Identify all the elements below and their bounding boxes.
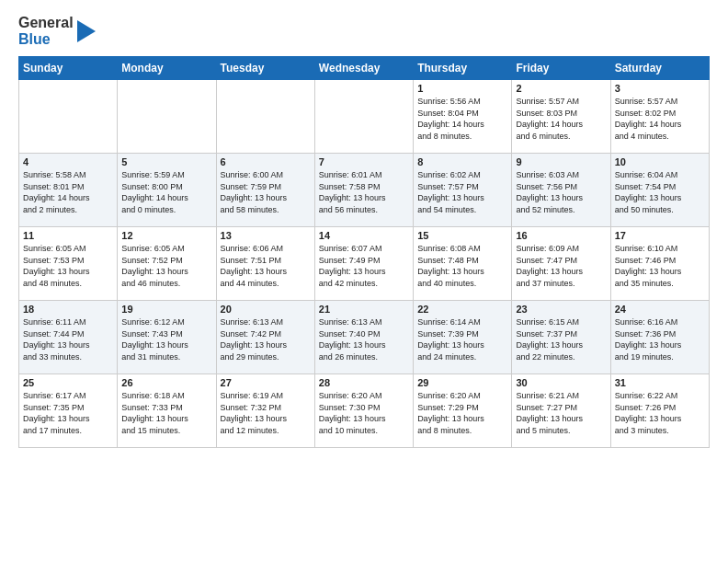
calendar-cell: 8Sunrise: 6:02 AM Sunset: 7:57 PM Daylig… [414,154,512,227]
calendar-cell: 23Sunrise: 6:15 AM Sunset: 7:37 PM Dayli… [512,301,610,374]
day-info: Sunrise: 6:13 AM Sunset: 7:40 PM Dayligh… [319,316,409,362]
calendar-cell: 21Sunrise: 6:13 AM Sunset: 7:40 PM Dayli… [314,301,413,374]
weekday-header-thursday: Thursday [414,57,512,80]
day-info: Sunrise: 6:02 AM Sunset: 7:57 PM Dayligh… [417,169,507,215]
day-info: Sunrise: 6:05 AM Sunset: 7:52 PM Dayligh… [121,243,211,289]
calendar-cell: 11Sunrise: 6:05 AM Sunset: 7:53 PM Dayli… [19,227,118,301]
day-info: Sunrise: 6:01 AM Sunset: 7:58 PM Dayligh… [319,169,409,215]
logo: GeneralBlue [18,15,96,47]
calendar-cell: 5Sunrise: 5:59 AM Sunset: 8:00 PM Daylig… [118,154,216,227]
calendar-cell [19,80,118,154]
day-number: 4 [23,156,113,167]
calendar-week-row: 18Sunrise: 6:11 AM Sunset: 7:44 PM Dayli… [19,301,710,374]
calendar-cell: 25Sunrise: 6:17 AM Sunset: 7:35 PM Dayli… [19,374,118,448]
calendar-cell: 18Sunrise: 6:11 AM Sunset: 7:44 PM Dayli… [19,301,118,374]
calendar-cell: 2Sunrise: 5:57 AM Sunset: 8:03 PM Daylig… [512,80,610,154]
calendar-cell: 28Sunrise: 6:20 AM Sunset: 7:30 PM Dayli… [314,374,413,448]
day-number: 26 [121,377,211,388]
day-number: 15 [417,230,507,241]
weekday-header-friday: Friday [512,57,610,80]
day-info: Sunrise: 6:21 AM Sunset: 7:27 PM Dayligh… [516,390,606,436]
day-info: Sunrise: 6:16 AM Sunset: 7:36 PM Dayligh… [615,316,705,362]
day-number: 10 [615,156,705,167]
calendar-cell: 4Sunrise: 5:58 AM Sunset: 8:01 PM Daylig… [19,154,118,227]
calendar-cell: 26Sunrise: 6:18 AM Sunset: 7:33 PM Dayli… [118,374,216,448]
day-info: Sunrise: 6:09 AM Sunset: 7:47 PM Dayligh… [516,243,606,289]
day-number: 12 [121,230,211,241]
day-number: 29 [417,377,507,388]
day-info: Sunrise: 5:59 AM Sunset: 8:00 PM Dayligh… [121,169,211,215]
day-number: 8 [417,156,507,167]
calendar-cell: 17Sunrise: 6:10 AM Sunset: 7:46 PM Dayli… [610,227,709,301]
calendar-cell: 31Sunrise: 6:22 AM Sunset: 7:26 PM Dayli… [610,374,709,448]
day-number: 18 [23,304,113,315]
day-number: 5 [121,156,211,167]
day-number: 6 [221,156,311,167]
weekday-header-saturday: Saturday [610,57,709,80]
day-info: Sunrise: 6:10 AM Sunset: 7:46 PM Dayligh… [615,243,705,289]
day-info: Sunrise: 6:22 AM Sunset: 7:26 PM Dayligh… [615,390,705,436]
day-info: Sunrise: 6:00 AM Sunset: 7:59 PM Dayligh… [221,169,311,215]
weekday-header-sunday: Sunday [19,57,118,80]
day-info: Sunrise: 6:07 AM Sunset: 7:49 PM Dayligh… [319,243,409,289]
day-info: Sunrise: 5:57 AM Sunset: 8:02 PM Dayligh… [615,96,705,142]
day-number: 1 [417,83,507,94]
calendar-week-row: 11Sunrise: 6:05 AM Sunset: 7:53 PM Dayli… [19,227,710,301]
day-number: 25 [23,377,113,388]
calendar-cell: 1Sunrise: 5:56 AM Sunset: 8:04 PM Daylig… [414,80,512,154]
day-number: 16 [516,230,606,241]
calendar-cell: 14Sunrise: 6:07 AM Sunset: 7:49 PM Dayli… [314,227,413,301]
day-number: 7 [319,156,409,167]
day-number: 28 [319,377,409,388]
calendar-cell: 30Sunrise: 6:21 AM Sunset: 7:27 PM Dayli… [512,374,610,448]
day-number: 14 [319,230,409,241]
calendar-cell: 7Sunrise: 6:01 AM Sunset: 7:58 PM Daylig… [314,154,413,227]
day-info: Sunrise: 5:57 AM Sunset: 8:03 PM Dayligh… [516,96,606,142]
calendar-cell: 12Sunrise: 6:05 AM Sunset: 7:52 PM Dayli… [118,227,216,301]
svg-marker-0 [77,20,96,42]
day-info: Sunrise: 5:56 AM Sunset: 8:04 PM Dayligh… [417,96,507,142]
day-number: 9 [516,156,606,167]
day-number: 11 [23,230,113,241]
calendar-cell: 19Sunrise: 6:12 AM Sunset: 7:43 PM Dayli… [118,301,216,374]
day-number: 13 [221,230,311,241]
day-number: 27 [221,377,311,388]
day-info: Sunrise: 6:18 AM Sunset: 7:33 PM Dayligh… [121,390,211,436]
day-number: 2 [516,83,606,94]
calendar-cell [314,80,413,154]
logo-container: GeneralBlue [18,15,96,47]
calendar-cell: 10Sunrise: 6:04 AM Sunset: 7:54 PM Dayli… [610,154,709,227]
calendar-cell [216,80,314,154]
page-header: GeneralBlue [18,15,710,47]
day-info: Sunrise: 6:03 AM Sunset: 7:56 PM Dayligh… [516,169,606,215]
day-info: Sunrise: 6:06 AM Sunset: 7:51 PM Dayligh… [221,243,311,289]
calendar-week-row: 1Sunrise: 5:56 AM Sunset: 8:04 PM Daylig… [19,80,710,154]
calendar-week-row: 4Sunrise: 5:58 AM Sunset: 8:01 PM Daylig… [19,154,710,227]
calendar-cell: 27Sunrise: 6:19 AM Sunset: 7:32 PM Dayli… [216,374,314,448]
calendar-week-row: 25Sunrise: 6:17 AM Sunset: 7:35 PM Dayli… [19,374,710,448]
calendar-cell: 29Sunrise: 6:20 AM Sunset: 7:29 PM Dayli… [414,374,512,448]
day-info: Sunrise: 6:11 AM Sunset: 7:44 PM Dayligh… [23,316,113,362]
day-number: 23 [516,304,606,315]
weekday-header-tuesday: Tuesday [216,57,314,80]
day-info: Sunrise: 6:08 AM Sunset: 7:48 PM Dayligh… [417,243,507,289]
day-info: Sunrise: 6:19 AM Sunset: 7:32 PM Dayligh… [221,390,311,436]
day-info: Sunrise: 6:20 AM Sunset: 7:30 PM Dayligh… [319,390,409,436]
day-number: 30 [516,377,606,388]
day-info: Sunrise: 5:58 AM Sunset: 8:01 PM Dayligh… [23,169,113,215]
weekday-header-wednesday: Wednesday [314,57,413,80]
calendar-table: SundayMondayTuesdayWednesdayThursdayFrid… [18,56,710,448]
day-number: 3 [615,83,705,94]
day-number: 31 [615,377,705,388]
weekday-header-monday: Monday [118,57,216,80]
day-number: 21 [319,304,409,315]
day-info: Sunrise: 6:17 AM Sunset: 7:35 PM Dayligh… [23,390,113,436]
day-number: 24 [615,304,705,315]
logo-arrow-icon [77,17,96,46]
calendar-cell: 13Sunrise: 6:06 AM Sunset: 7:51 PM Dayli… [216,227,314,301]
day-number: 17 [615,230,705,241]
day-info: Sunrise: 6:15 AM Sunset: 7:37 PM Dayligh… [516,316,606,362]
calendar-cell: 20Sunrise: 6:13 AM Sunset: 7:42 PM Dayli… [216,301,314,374]
day-info: Sunrise: 6:12 AM Sunset: 7:43 PM Dayligh… [121,316,211,362]
day-info: Sunrise: 6:14 AM Sunset: 7:39 PM Dayligh… [417,316,507,362]
